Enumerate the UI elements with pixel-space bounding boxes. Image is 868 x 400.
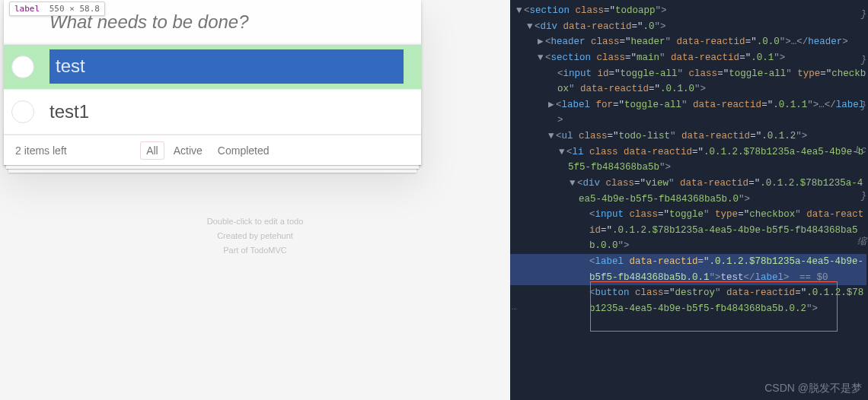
source-line[interactable]: <input class="toggle" type="checkbox" da… bbox=[510, 207, 866, 254]
app-preview-pane: label 550 × 58.8 test test1 bbox=[0, 0, 510, 400]
todoapp: test test1 2 items left All Active Compl… bbox=[4, 0, 421, 165]
todo-count: 2 items left bbox=[15, 144, 67, 157]
info-line: Part of TodoMVC bbox=[0, 243, 510, 258]
todo-list: test test1 bbox=[4, 45, 421, 135]
element-hover-badge: label 550 × 58.8 bbox=[9, 2, 105, 16]
source-line[interactable]: ▶<header class="header" data-reactid=".0… bbox=[510, 34, 866, 50]
source-line[interactable]: ▼<ul class="todo-list" data-reactid=".0.… bbox=[510, 129, 866, 144]
footer: 2 items left All Active Completed bbox=[4, 135, 421, 165]
source-line[interactable]: ▼<section class="todoapp"> bbox=[510, 3, 866, 19]
source-line[interactable]: ▼<div data-reactid=".0"> bbox=[510, 19, 866, 35]
source-line[interactable]: ▼<section class="main" data-reactid=".0.… bbox=[510, 50, 866, 66]
badge-tagname: label bbox=[14, 4, 40, 14]
info-footer: Double-click to edit a todo Created by p… bbox=[0, 214, 510, 257]
toggle-checkbox-icon[interactable] bbox=[11, 56, 34, 78]
source-line[interactable]: ▼<li class data-reactid=".0.1.2.$78b1235… bbox=[510, 144, 866, 176]
source-line[interactable]: <input id="toggle-all" class="toggle-all… bbox=[510, 66, 866, 97]
todo-item[interactable]: test bbox=[4, 45, 421, 90]
badge-dimensions: 550 × 58.8 bbox=[49, 4, 100, 14]
source-line[interactable]: <button class="destroy" data-reactid=".0… bbox=[510, 285, 866, 316]
todo-label[interactable]: test bbox=[49, 49, 404, 84]
main-section: test test1 bbox=[4, 44, 421, 135]
gutter-dots: … bbox=[512, 300, 517, 314]
watermark-text: CSDN @脱发不是梦 bbox=[764, 379, 862, 397]
toggle-checkbox-icon[interactable] bbox=[11, 100, 34, 123]
filter-active-link[interactable]: Active bbox=[168, 141, 209, 160]
side-panel-stubs: } } } Lc } 缩 bbox=[845, 0, 868, 400]
devtools-elements-panel[interactable]: … ▼<section class="todoapp"> ▼<div data-… bbox=[510, 0, 868, 400]
filter-completed-link[interactable]: Completed bbox=[212, 141, 276, 160]
info-line: Created by petehunt bbox=[0, 229, 510, 243]
filter-all-link[interactable]: All bbox=[140, 141, 164, 160]
source-line[interactable]: ▼<div class="view" data-reactid=".0.1.2.… bbox=[510, 176, 866, 207]
source-line-selected[interactable]: <label data-reactid=".0.1.2.$78b1235a-4e… bbox=[510, 254, 866, 285]
source-line[interactable]: ▶<label for="toggle-all" data-reactid=".… bbox=[510, 97, 866, 129]
info-line: Double-click to edit a todo bbox=[0, 214, 510, 229]
filters: All Active Completed bbox=[140, 144, 275, 157]
